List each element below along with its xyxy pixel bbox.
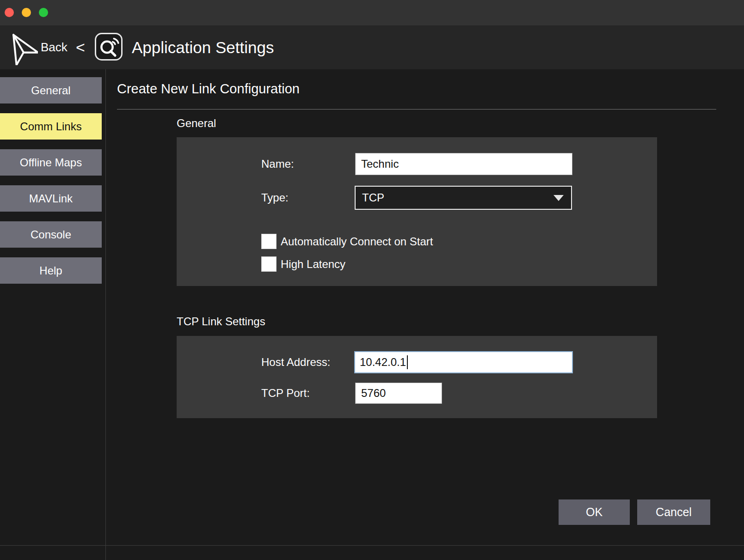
host-address-value: 10.42.0.1 bbox=[360, 356, 406, 369]
type-dropdown[interactable]: TCP bbox=[355, 186, 572, 210]
high-latency-checkbox[interactable] bbox=[261, 256, 277, 272]
host-address-label: Host Address: bbox=[261, 351, 330, 373]
minimize-button[interactable] bbox=[22, 8, 31, 17]
sidebar-item-general[interactable]: General bbox=[0, 77, 102, 103]
qgroundcontrol-logo-icon bbox=[95, 33, 123, 61]
zoom-button[interactable] bbox=[39, 8, 48, 17]
title-divider bbox=[117, 109, 716, 110]
name-input[interactable] bbox=[355, 153, 572, 175]
cancel-button[interactable]: Cancel bbox=[637, 499, 710, 525]
close-button[interactable] bbox=[5, 8, 14, 17]
header: Back < Application Settings bbox=[0, 25, 744, 69]
page-header-title: Application Settings bbox=[132, 25, 274, 69]
sidebar-item-label: MAVLink bbox=[29, 192, 73, 205]
sidebar-item-label: Comm Links bbox=[20, 120, 81, 133]
application-settings-window: Back < Application Settings General Comm… bbox=[0, 0, 744, 560]
type-dropdown-value: TCP bbox=[362, 191, 384, 204]
sidebar-item-label: Console bbox=[31, 228, 71, 241]
back-button[interactable]: Back bbox=[41, 25, 68, 69]
sidebar-item-label: Help bbox=[39, 264, 62, 277]
sidebar-item-label: General bbox=[31, 84, 70, 97]
auto-connect-label: Automatically Connect on Start bbox=[281, 234, 433, 249]
tcp-port-input[interactable] bbox=[355, 383, 442, 404]
ok-button[interactable]: OK bbox=[559, 499, 630, 525]
sidebar-divider bbox=[105, 69, 106, 560]
sidebar-item-console[interactable]: Console bbox=[0, 221, 102, 248]
name-label: Name: bbox=[261, 153, 294, 175]
general-section-heading: General bbox=[177, 117, 216, 130]
text-cursor bbox=[407, 355, 408, 369]
chevron-down-icon bbox=[553, 195, 564, 201]
bottom-divider bbox=[0, 545, 744, 546]
sidebar-item-offline-maps[interactable]: Offline Maps bbox=[0, 149, 102, 176]
sidebar-item-label: Offline Maps bbox=[20, 156, 82, 169]
tcp-section-heading: TCP Link Settings bbox=[177, 315, 265, 328]
page-title: Create New Link Configuration bbox=[117, 81, 300, 97]
auto-connect-checkbox[interactable] bbox=[261, 234, 277, 249]
tcp-panel bbox=[177, 336, 657, 418]
paper-plane-icon bbox=[4, 29, 38, 65]
host-address-input[interactable]: 10.42.0.1 bbox=[354, 351, 573, 373]
tcp-port-label: TCP Port: bbox=[261, 383, 310, 404]
back-chevron-icon: < bbox=[76, 25, 85, 69]
sidebar-item-comm-links[interactable]: Comm Links bbox=[0, 113, 102, 140]
titlebar bbox=[0, 0, 744, 25]
sidebar-item-mavlink[interactable]: MAVLink bbox=[0, 185, 102, 212]
high-latency-label: High Latency bbox=[281, 256, 345, 272]
sidebar-item-help[interactable]: Help bbox=[0, 257, 102, 284]
type-label: Type: bbox=[261, 186, 289, 210]
